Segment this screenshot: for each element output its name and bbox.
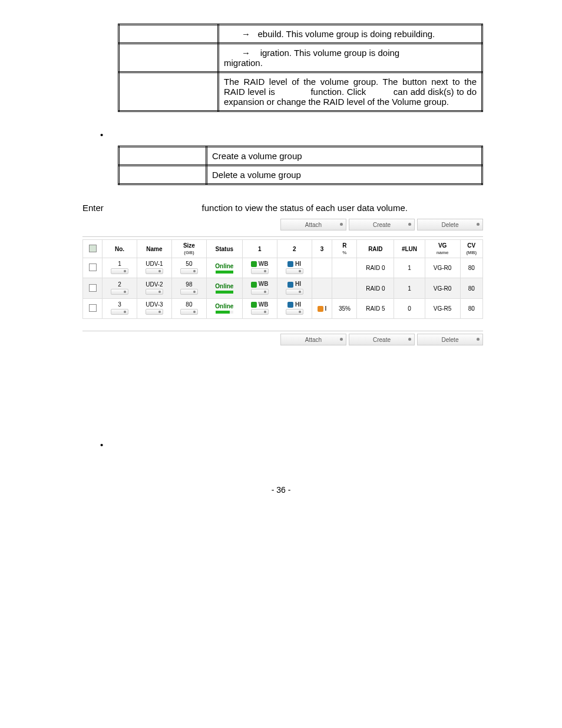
row-menu-button[interactable] (146, 309, 163, 315)
udv-table: No. Name Size(GB) Status 1 2 3 R% RAID #… (82, 239, 483, 319)
create-vg-text: Create a volume group (207, 147, 482, 166)
select-all-checkbox[interactable] (89, 245, 97, 252)
col-2: 2 (277, 240, 312, 258)
col-3: 3 (312, 240, 332, 258)
status-badge-hi (287, 282, 293, 288)
row-menu-button[interactable] (251, 309, 269, 315)
status-badge-hi (287, 302, 293, 308)
row-menu-button[interactable] (111, 289, 128, 295)
bullet: • (100, 130, 491, 140)
row-menu-button[interactable] (286, 268, 303, 274)
delete-vg-text: Delete a volume group (207, 166, 482, 185)
row-menu-button[interactable] (180, 309, 198, 315)
create-button[interactable]: Create (349, 219, 415, 230)
row-menu-button[interactable] (251, 268, 269, 274)
col-1: 1 (242, 240, 277, 258)
create-button-bottom[interactable]: Create (349, 334, 415, 345)
col-vg: VGname (425, 240, 460, 258)
row-menu-button[interactable] (180, 289, 198, 295)
attach-button[interactable]: Attach (280, 219, 346, 230)
status-badge-i (318, 306, 323, 312)
delete-button[interactable]: Delete (417, 219, 483, 230)
arrow-icon: → (242, 29, 250, 39)
arrow-icon: → (242, 48, 250, 58)
vg-status-table: → ebuild. This volume group is doing reb… (118, 24, 483, 112)
migration-text-b: migration. (224, 58, 477, 68)
table-row: 1UDV-150Online WB HIRAID 01VG-R080 (83, 258, 483, 278)
table-row: 2UDV-298Online WB HIRAID 01VG-R080 (83, 278, 483, 298)
attach-button-bottom[interactable]: Attach (280, 334, 346, 345)
row-menu-button[interactable] (111, 309, 128, 315)
status-badge-hi (287, 261, 293, 267)
migration-text-a: igration. This volume group is doing (260, 48, 400, 58)
col-r: R% (332, 240, 357, 258)
vg-operation-table: Create a volume group Delete a volume gr… (118, 146, 483, 185)
row-checkbox[interactable] (89, 304, 97, 312)
col-raid: RAID (357, 240, 394, 258)
row-menu-button[interactable] (111, 268, 128, 274)
row-menu-button[interactable] (180, 268, 198, 274)
bullet: • (100, 440, 491, 450)
row-menu-button[interactable] (286, 309, 303, 315)
table-row: 3UDV-380Online WB HI I35%RAID 50VG-R580 (83, 298, 483, 318)
row-menu-button[interactable] (286, 289, 303, 295)
col-cv: CV(MB) (460, 240, 482, 258)
status-badge-wb (251, 302, 257, 308)
col-no: No. (103, 240, 137, 258)
delete-button-bottom[interactable]: Delete (417, 334, 483, 345)
col-lun: #LUN (394, 240, 425, 258)
col-size: Size(GB) (171, 240, 206, 258)
col-status: Status (206, 240, 242, 258)
page-number: - 36 - (71, 485, 491, 495)
rebuild-text: ebuild. This volume group is doing rebui… (258, 29, 435, 39)
row-menu-button[interactable] (251, 289, 269, 295)
col-name: Name (137, 240, 171, 258)
intro-line: Enter function to view the status of eac… (82, 203, 491, 213)
raid-text-b: function. Click (310, 87, 366, 97)
row-checkbox[interactable] (89, 284, 97, 292)
row-checkbox[interactable] (89, 263, 97, 271)
row-menu-button[interactable] (146, 289, 163, 295)
row-menu-button[interactable] (146, 268, 163, 274)
status-badge-wb (251, 261, 257, 267)
status-badge-wb (251, 282, 257, 288)
